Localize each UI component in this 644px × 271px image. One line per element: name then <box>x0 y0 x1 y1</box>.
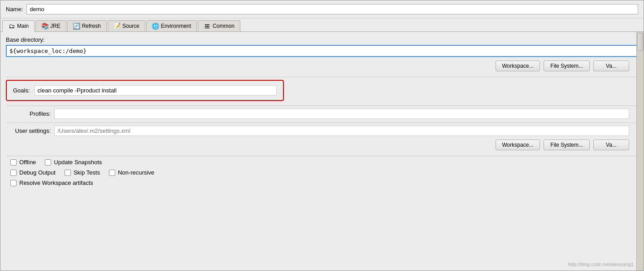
separator-2 <box>6 105 638 106</box>
checkbox-offline-input[interactable] <box>10 159 17 166</box>
name-input[interactable] <box>26 4 638 14</box>
checkbox-update-snapshots-input[interactable] <box>45 159 51 166</box>
checkbox-debug-output-input[interactable] <box>10 170 17 176</box>
tab-refresh[interactable]: 🔄 Refresh <box>67 20 107 31</box>
tab-environment-label: Environment <box>161 23 191 29</box>
checkbox-debug-output[interactable]: Debug Output <box>10 169 56 176</box>
user-settings-label: User settings: <box>6 127 51 134</box>
tab-source-label: Source <box>122 23 139 29</box>
tab-environment[interactable]: 🌐 Environment <box>146 20 197 31</box>
tab-common-label: Common <box>213 23 235 29</box>
checkbox-skip-tests[interactable]: Skip Tests <box>65 169 100 176</box>
base-dir-input-row <box>6 45 638 57</box>
filesystem-button-1[interactable]: File System... <box>544 61 590 71</box>
name-row: Name: <box>0 0 644 18</box>
filesystem-button-2[interactable]: File System... <box>544 140 590 150</box>
jre-icon: 📚 <box>41 22 48 30</box>
scrollbar[interactable] <box>636 32 644 271</box>
user-settings-row: User settings: <box>6 126 638 136</box>
profiles-row: Profiles: <box>6 109 638 119</box>
variables-button-2[interactable]: Va... <box>593 140 629 150</box>
tab-refresh-label: Refresh <box>82 23 101 29</box>
checkbox-resolve-workspace-input[interactable] <box>10 180 17 186</box>
tab-common[interactable]: ⊞ Common <box>198 20 240 31</box>
checkbox-resolve-workspace[interactable]: Resolve Workspace artifacts <box>10 179 93 186</box>
refresh-icon: 🔄 <box>73 22 80 30</box>
checkbox-offline[interactable]: Offline <box>10 159 36 166</box>
environment-icon: 🌐 <box>152 22 159 30</box>
checkbox-skip-tests-label: Skip Tests <box>74 169 100 176</box>
tab-main[interactable]: 🗂 Main <box>2 20 35 32</box>
checkbox-non-recursive-label: Non-recursive <box>118 169 154 176</box>
goals-box: Goals: <box>6 80 284 101</box>
goals-section: Goals: <box>6 80 638 101</box>
goals-label: Goals: <box>13 87 30 94</box>
checkbox-row-1: Offline Update Snapshots <box>10 159 638 166</box>
checkbox-update-snapshots[interactable]: Update Snapshots <box>45 159 102 166</box>
button-row-2: Workspace... File System... Va... <box>6 140 638 150</box>
tab-source[interactable]: 📝 Source <box>108 20 145 31</box>
separator-4 <box>6 156 638 156</box>
source-icon: 📝 <box>113 22 121 30</box>
button-row-1: Workspace... File System... Va... <box>6 61 638 71</box>
checkboxes-section: Offline Update Snapshots Debug Output Sk… <box>6 159 638 186</box>
dialog-container: Name: 🗂 Main 📚 JRE 🔄 Refresh 📝 Source 🌐 … <box>0 0 644 271</box>
base-directory-label: Base directory: <box>6 36 638 43</box>
base-dir-input[interactable] <box>6 45 638 57</box>
checkbox-non-recursive-input[interactable] <box>109 170 115 176</box>
profiles-label: Profiles: <box>6 110 51 117</box>
workspace-button-2[interactable]: Workspace... <box>496 140 540 150</box>
checkbox-row-3: Resolve Workspace artifacts <box>10 179 638 186</box>
separator-3 <box>6 122 638 123</box>
scrollbar-thumb[interactable] <box>637 33 644 51</box>
checkbox-offline-label: Offline <box>19 159 36 166</box>
tab-jre-label: JRE <box>50 23 61 29</box>
workspace-button-1[interactable]: Workspace... <box>496 61 540 71</box>
checkbox-resolve-workspace-label: Resolve Workspace artifacts <box>19 179 93 186</box>
goals-input[interactable] <box>35 85 277 96</box>
user-settings-input[interactable] <box>54 126 629 136</box>
content-area: Base directory: Workspace... File System… <box>0 32 644 271</box>
name-label: Name: <box>6 6 23 13</box>
checkbox-row-2: Debug Output Skip Tests Non-recursive <box>10 169 638 176</box>
tab-main-label: Main <box>17 23 29 29</box>
checkbox-non-recursive[interactable]: Non-recursive <box>109 169 154 176</box>
tab-jre[interactable]: 📚 JRE <box>35 20 66 31</box>
variables-button-1[interactable]: Va... <box>593 61 629 71</box>
checkbox-skip-tests-input[interactable] <box>65 170 71 176</box>
watermark: http://blog.csdn.net/alexyang1 <box>568 262 634 267</box>
tabs-bar: 🗂 Main 📚 JRE 🔄 Refresh 📝 Source 🌐 Enviro… <box>0 18 644 32</box>
main-icon: 🗂 <box>8 22 15 30</box>
checkbox-update-snapshots-label: Update Snapshots <box>54 159 102 166</box>
checkbox-debug-output-label: Debug Output <box>19 169 56 176</box>
profiles-input[interactable] <box>54 109 629 119</box>
common-icon: ⊞ <box>204 22 211 30</box>
separator-1 <box>6 77 638 77</box>
